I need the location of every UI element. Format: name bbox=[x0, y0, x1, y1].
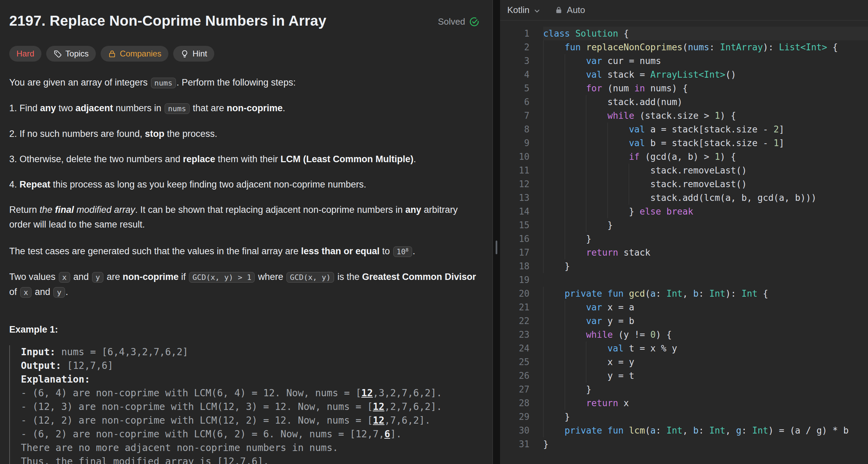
text-segment: them with their bbox=[215, 154, 281, 164]
problem-description: You are given an array of integers nums.… bbox=[9, 75, 480, 300]
line-number: 30 bbox=[500, 424, 529, 437]
code-token: , bbox=[725, 425, 736, 436]
language-selector[interactable]: Kotlin bbox=[507, 5, 540, 15]
editor-header: Kotlin Auto bbox=[500, 0, 868, 21]
line-number: 21 bbox=[500, 300, 529, 314]
code-token: val bbox=[586, 69, 608, 80]
example-segment: ]. bbox=[390, 428, 402, 440]
code-token: Int bbox=[741, 288, 757, 299]
code-token: ) { bbox=[720, 152, 736, 162]
code-token: cur = nums bbox=[608, 56, 661, 66]
tag-pill-topics[interactable]: Topics bbox=[46, 46, 96, 62]
example-segment: ,7,6,2]. bbox=[384, 415, 431, 426]
code-token: stack bbox=[624, 247, 650, 258]
example-line: There are no more adjacent non-coprime n… bbox=[21, 441, 480, 455]
tag-label: Topics bbox=[65, 49, 89, 59]
example-line: Thus, the final modified array is [12,7,… bbox=[21, 455, 480, 464]
text-segment: non-coprime bbox=[123, 272, 179, 282]
example-heading: Example 1: bbox=[9, 324, 480, 335]
code-line: class Solution { bbox=[543, 27, 868, 40]
indent-guides bbox=[543, 314, 586, 328]
code-token: (y != bbox=[618, 330, 650, 340]
text-segment: . Perform the following steps: bbox=[177, 77, 296, 88]
code-line: val stack = ArrayList<Int>() bbox=[543, 68, 868, 81]
line-number: 19 bbox=[500, 273, 529, 287]
line-number: 27 bbox=[500, 383, 529, 396]
indent-guides bbox=[543, 205, 629, 218]
text-segment: and bbox=[32, 287, 53, 297]
code-editor[interactable]: 1234567891011121314151617181920212223242… bbox=[500, 21, 868, 464]
text-segment: are bbox=[104, 272, 123, 282]
example-line: Output: [12,7,6] bbox=[21, 359, 480, 373]
text-segment: You are given an array of integers bbox=[9, 77, 150, 88]
tag-pill-companies[interactable]: Companies bbox=[101, 46, 168, 62]
line-number: 3 bbox=[500, 54, 529, 68]
line-number: 24 bbox=[500, 341, 529, 355]
text-segment: any bbox=[40, 103, 56, 113]
tag-pill-hint[interactable]: Hint bbox=[173, 46, 214, 62]
line-number: 9 bbox=[500, 136, 529, 150]
indent-guides bbox=[543, 177, 650, 191]
panel-splitter[interactable] bbox=[493, 0, 500, 464]
indent-guides bbox=[543, 246, 586, 259]
line-number: 31 bbox=[500, 437, 529, 451]
code-token: x = a bbox=[608, 302, 634, 312]
indent-guides bbox=[543, 40, 565, 54]
inline-code: x bbox=[20, 287, 31, 298]
code-token: b bbox=[693, 288, 699, 299]
app: 2197. Replace Non-Coprime Numbers in Arr… bbox=[0, 0, 868, 464]
code-token: else break bbox=[640, 206, 693, 217]
code-token: ( bbox=[645, 425, 650, 436]
line-number: 15 bbox=[500, 218, 529, 232]
indent-guides bbox=[543, 287, 565, 300]
code-line: if (gcd(a, b) > 1) { bbox=[543, 150, 868, 164]
text-segment: stop bbox=[145, 129, 164, 139]
code-line bbox=[543, 273, 868, 287]
code-token: return bbox=[586, 247, 624, 258]
code-line: for (num in nums) { bbox=[543, 81, 868, 95]
line-number: 25 bbox=[500, 355, 529, 369]
code-token: stack.add(lcm(a, b, gcd(a, b))) bbox=[650, 193, 816, 203]
code-token: replaceNonCoprimes bbox=[586, 42, 682, 52]
text-segment: and bbox=[71, 272, 91, 282]
code-token: a = stack[stack.size - bbox=[650, 124, 774, 134]
text-segment: this process as long as you keep finding… bbox=[50, 179, 366, 190]
tag-label: Companies bbox=[120, 49, 161, 59]
example-segment: - (6, 4) are non-coprime with LCM(6, 4) … bbox=[21, 387, 361, 399]
code-line: val t = x % y bbox=[543, 341, 868, 355]
indent-guides bbox=[543, 191, 650, 205]
auto-mode-toggle[interactable]: Auto bbox=[555, 5, 585, 15]
code-token: var bbox=[586, 302, 608, 312]
example-segment: 12 bbox=[361, 387, 373, 399]
code-line: y = t bbox=[543, 369, 868, 383]
indent-guides bbox=[543, 81, 586, 95]
indent-guides bbox=[543, 410, 565, 424]
tag-pill-hard[interactable]: Hard bbox=[9, 46, 41, 62]
example-line: - (6, 2) are non-coprime with LCM(6, 2) … bbox=[21, 427, 480, 441]
code-line: private fun lcm(a: Int, b: Int, g: Int) … bbox=[543, 424, 868, 437]
example-segment: nums = [6,4,3,2,7,6,2] bbox=[55, 346, 188, 358]
tag-label: Hard bbox=[16, 49, 34, 59]
code-token: fun bbox=[608, 288, 629, 299]
code-token: nums bbox=[688, 42, 710, 52]
code-token: : bbox=[656, 425, 666, 436]
code-line: while (y != 0) { bbox=[543, 328, 868, 341]
code-token: } bbox=[565, 261, 570, 271]
code-line: } bbox=[543, 410, 868, 424]
description-paragraph: Two values x and y are non-coprime if GC… bbox=[9, 270, 480, 300]
indent-guides bbox=[543, 396, 586, 410]
code-token: ( bbox=[645, 288, 650, 299]
splitter-drag-handle[interactable] bbox=[496, 241, 497, 254]
indent-guides bbox=[543, 136, 629, 150]
line-number: 8 bbox=[500, 123, 529, 136]
code-token: Int bbox=[709, 288, 725, 299]
code-token: : bbox=[741, 425, 752, 436]
code-token: private bbox=[565, 425, 608, 436]
code-token: Int bbox=[666, 425, 682, 436]
code-token: a bbox=[650, 425, 656, 436]
page-title: 2197. Replace Non-Coprime Numbers in Arr… bbox=[9, 12, 326, 29]
text-segment: if bbox=[179, 272, 189, 282]
example-segment: 12 bbox=[373, 401, 384, 412]
code-line: return stack bbox=[543, 246, 868, 259]
code-token: 1 bbox=[774, 138, 779, 148]
